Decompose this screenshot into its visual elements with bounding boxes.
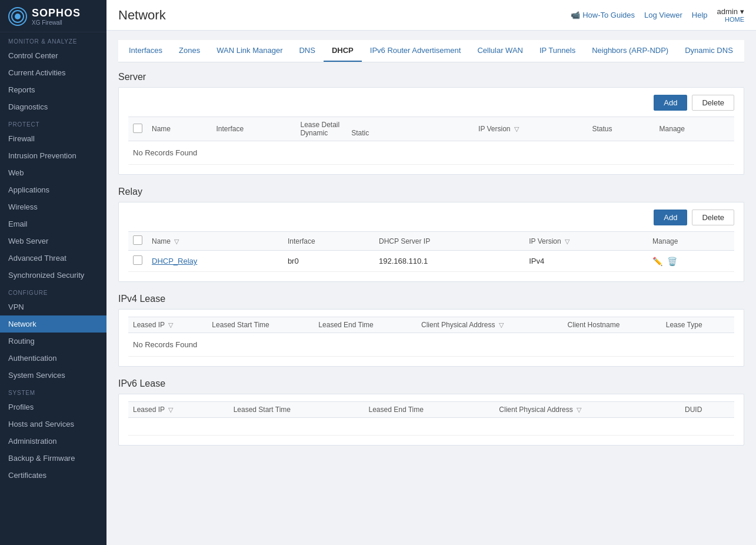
relay-add-button[interactable]: Add bbox=[654, 210, 687, 225]
tab-ipv6-router[interactable]: IPv6 Router Advertisement bbox=[362, 40, 469, 62]
admin-name[interactable]: admin ▾ bbox=[717, 7, 744, 16]
sidebar-item-backup-firmware[interactable]: Backup & Firmware bbox=[0, 450, 106, 467]
sidebar-item-authentication[interactable]: Authentication bbox=[0, 350, 106, 367]
relay-section-title: Relay bbox=[118, 187, 744, 197]
server-table: Name Interface Lease Detail Dynamic Stat… bbox=[128, 117, 734, 165]
ipv4-no-records: No Records Found bbox=[128, 333, 734, 357]
sidebar-item-synchronized-security[interactable]: Synchronized Security bbox=[0, 267, 106, 284]
server-card: Add Delete Name Interface bbox=[118, 87, 744, 175]
relay-row-dhcp-server-ip: 192.168.110.1 bbox=[374, 251, 524, 272]
server-no-records-row: No Records Found bbox=[128, 141, 734, 165]
brand-sub: XG Firewall bbox=[32, 19, 81, 26]
logo: SOPHOS XG Firewall bbox=[0, 0, 106, 32]
sidebar-item-administration[interactable]: Administration bbox=[0, 433, 106, 450]
sidebar-section-monitor: MONITOR & ANALYZE Control Center Current… bbox=[0, 32, 106, 115]
sidebar-item-vpn[interactable]: VPN bbox=[0, 298, 106, 315]
relay-name-link[interactable]: DHCP_Relay bbox=[152, 257, 197, 265]
sidebar-item-system-services[interactable]: System Services bbox=[0, 367, 106, 384]
admin-home-link[interactable]: HOME bbox=[725, 16, 744, 23]
sidebar-item-certificates[interactable]: Certificates bbox=[0, 467, 106, 484]
ipv6-lease-card: Leased IP ▽ Leased Start Time Leased End… bbox=[118, 394, 744, 446]
sidebar-item-web-server[interactable]: Web Server bbox=[0, 232, 106, 250]
relay-delete-icon[interactable]: 🗑️ bbox=[667, 257, 677, 266]
help-link[interactable]: Help bbox=[692, 11, 708, 19]
ipv6-leased-ip-filter-icon[interactable]: ▽ bbox=[168, 406, 173, 413]
tab-dns[interactable]: DNS bbox=[291, 40, 323, 62]
server-ip-version-filter-icon[interactable]: ▽ bbox=[514, 125, 519, 132]
sidebar-item-hosts-and-services[interactable]: Hosts and Services bbox=[0, 416, 106, 433]
ipv4-lease-table: Leased IP ▽ Leased Start Time Leased End… bbox=[128, 317, 734, 357]
relay-ip-version-filter-icon[interactable]: ▽ bbox=[565, 238, 570, 245]
relay-row-name: DHCP_Relay bbox=[147, 251, 283, 272]
sidebar-item-intrusion-prevention[interactable]: Intrusion Prevention bbox=[0, 147, 106, 164]
sidebar-item-routing[interactable]: Routing bbox=[0, 333, 106, 350]
ipv6-lease-section-title: IPv6 Lease bbox=[118, 378, 744, 389]
tab-ip-tunnels[interactable]: IP Tunnels bbox=[531, 40, 584, 62]
table-row: DHCP_Relay br0 192.168.110.1 IPv4 bbox=[128, 251, 734, 272]
sidebar-item-current-activities[interactable]: Current Activities bbox=[0, 64, 106, 81]
server-delete-button[interactable]: Delete bbox=[692, 95, 734, 111]
sidebar-item-advanced-threat[interactable]: Advanced Threat bbox=[0, 250, 106, 267]
top-bar: Network 📹 How-To Guides Log Viewer Help … bbox=[106, 0, 756, 31]
sidebar-section-protect: PROTECT Firewall Intrusion Prevention We… bbox=[0, 115, 106, 284]
tab-dynamic-dns[interactable]: Dynamic DNS bbox=[677, 40, 741, 62]
relay-col-name: Name ▽ bbox=[147, 232, 283, 251]
tab-neighbors[interactable]: Neighbors (ARP-NDP) bbox=[584, 40, 677, 62]
ipv6-empty-row bbox=[128, 418, 734, 436]
sidebar-item-profiles[interactable]: Profiles bbox=[0, 398, 106, 416]
server-col-ip-version: IP Version ▽ bbox=[474, 117, 587, 141]
tab-wan-link-manager[interactable]: WAN Link Manager bbox=[208, 40, 291, 62]
sidebar-item-control-center[interactable]: Control Center bbox=[0, 47, 106, 64]
sidebar-item-firewall[interactable]: Firewall bbox=[0, 130, 106, 147]
server-header-checkbox bbox=[128, 117, 147, 141]
brand-name: SOPHOS bbox=[32, 7, 81, 19]
tab-dhcp[interactable]: DHCP bbox=[324, 40, 362, 62]
sidebar: SOPHOS XG Firewall MONITOR & ANALYZE Con… bbox=[0, 0, 106, 545]
sidebar-item-email[interactable]: Email bbox=[0, 215, 106, 232]
ipv4-col-start-time: Leased Start Time bbox=[207, 317, 314, 333]
how-to-guides-link[interactable]: 📹 How-To Guides bbox=[571, 11, 635, 19]
server-toolbar: Add Delete bbox=[128, 95, 734, 111]
ipv6-col-duid: DUID bbox=[680, 402, 734, 418]
relay-edit-icon[interactable]: ✏️ bbox=[652, 257, 662, 266]
section-label-system: SYSTEM bbox=[0, 384, 106, 398]
ipv4-client-physical-filter-icon[interactable]: ▽ bbox=[499, 321, 504, 328]
ipv6-col-leased-ip: Leased IP ▽ bbox=[128, 402, 229, 418]
sidebar-item-wireless[interactable]: Wireless bbox=[0, 198, 106, 215]
content-area: Interfaces Zones WAN Link Manager DNS DH… bbox=[106, 31, 756, 545]
log-viewer-link[interactable]: Log Viewer bbox=[644, 11, 682, 19]
top-actions: 📹 How-To Guides Log Viewer Help admin ▾ … bbox=[571, 7, 744, 23]
sidebar-item-diagnostics[interactable]: Diagnostics bbox=[0, 98, 106, 115]
relay-select-all-checkbox[interactable] bbox=[133, 235, 142, 245]
section-label-monitor: MONITOR & ANALYZE bbox=[0, 32, 106, 47]
sidebar-item-web[interactable]: Web bbox=[0, 164, 106, 181]
relay-header-checkbox bbox=[128, 232, 147, 251]
relay-delete-button[interactable]: Delete bbox=[692, 210, 734, 225]
relay-row-checkbox[interactable] bbox=[133, 255, 142, 265]
logo-icon bbox=[8, 7, 27, 26]
ipv6-client-physical-filter-icon[interactable]: ▽ bbox=[577, 406, 581, 413]
relay-row-checkbox-cell bbox=[128, 251, 147, 272]
relay-manage-icons: ✏️ 🗑️ bbox=[652, 257, 730, 266]
sidebar-item-applications[interactable]: Applications bbox=[0, 181, 106, 198]
ipv4-leased-ip-filter-icon[interactable]: ▽ bbox=[168, 321, 173, 328]
server-add-button[interactable]: Add bbox=[654, 95, 687, 111]
tab-cellular-wan[interactable]: Cellular WAN bbox=[469, 40, 531, 62]
server-col-status: Status bbox=[587, 117, 654, 141]
relay-row-ip-version: IPv4 bbox=[524, 251, 648, 272]
section-label-configure: CONFIGURE bbox=[0, 284, 106, 298]
tab-zones[interactable]: Zones bbox=[171, 40, 208, 62]
tab-interfaces[interactable]: Interfaces bbox=[121, 40, 171, 62]
server-select-all-checkbox[interactable] bbox=[133, 124, 142, 133]
ipv4-col-lease-type: Lease Type bbox=[661, 317, 734, 333]
ipv4-lease-section-title: IPv4 Lease bbox=[118, 294, 744, 304]
ipv4-col-client-hostname: Client Hostname bbox=[563, 317, 661, 333]
relay-name-filter-icon[interactable]: ▽ bbox=[174, 238, 179, 245]
relay-row-interface: br0 bbox=[283, 251, 374, 272]
relay-col-ip-version: IP Version ▽ bbox=[524, 232, 648, 251]
server-col-manage: Manage bbox=[655, 117, 734, 141]
sidebar-item-network[interactable]: Network bbox=[0, 315, 106, 333]
ipv4-col-leased-ip: Leased IP ▽ bbox=[128, 317, 207, 333]
sidebar-item-reports[interactable]: Reports bbox=[0, 81, 106, 98]
chevron-down-icon: ▾ bbox=[740, 7, 744, 16]
